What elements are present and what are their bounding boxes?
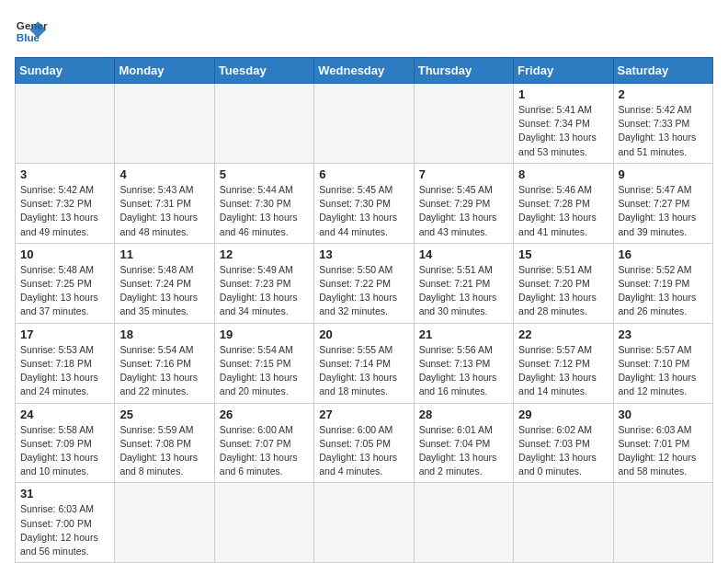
day-info: Sunrise: 5:49 AM Sunset: 7:23 PM Dayligh… (220, 263, 309, 319)
day-info: Sunrise: 5:56 AM Sunset: 7:13 PM Dayligh… (419, 343, 508, 399)
logo-icon: General Blue (15, 15, 48, 48)
calendar-cell (613, 483, 712, 563)
day-info: Sunrise: 5:54 AM Sunset: 7:15 PM Dayligh… (220, 343, 309, 399)
calendar-cell: 23Sunrise: 5:57 AM Sunset: 7:10 PM Dayli… (613, 323, 712, 403)
day-info: Sunrise: 6:00 AM Sunset: 7:05 PM Dayligh… (319, 423, 408, 479)
day-number: 19 (220, 327, 309, 341)
weekday-header-wednesday: Wednesday (314, 58, 414, 84)
calendar-week-5: 24Sunrise: 5:58 AM Sunset: 7:09 PM Dayli… (16, 403, 713, 483)
weekday-header-tuesday: Tuesday (214, 58, 313, 84)
day-number: 20 (319, 327, 408, 341)
day-number: 30 (619, 408, 708, 421)
day-number: 7 (419, 167, 508, 181)
day-info: Sunrise: 5:43 AM Sunset: 7:31 PM Dayligh… (119, 183, 209, 239)
day-info: Sunrise: 5:53 AM Sunset: 7:18 PM Dayligh… (20, 343, 109, 399)
day-number: 23 (619, 327, 708, 341)
day-number: 3 (20, 167, 109, 181)
day-number: 4 (119, 167, 209, 181)
day-number: 16 (619, 247, 708, 261)
day-info: Sunrise: 5:42 AM Sunset: 7:32 PM Dayligh… (20, 183, 109, 239)
day-number: 1 (518, 87, 608, 101)
weekday-header-monday: Monday (115, 58, 214, 84)
weekday-header-friday: Friday (514, 58, 613, 84)
day-number: 25 (119, 408, 209, 421)
calendar-cell: 16Sunrise: 5:52 AM Sunset: 7:19 PM Dayli… (613, 243, 712, 323)
calendar-cell: 19Sunrise: 5:54 AM Sunset: 7:15 PM Dayli… (214, 323, 313, 403)
calendar-week-3: 10Sunrise: 5:48 AM Sunset: 7:25 PM Dayli… (16, 243, 713, 323)
day-info: Sunrise: 5:45 AM Sunset: 7:30 PM Dayligh… (319, 183, 408, 239)
day-number: 9 (619, 167, 708, 181)
calendar-cell: 15Sunrise: 5:51 AM Sunset: 7:20 PM Dayli… (514, 243, 613, 323)
day-number: 12 (220, 247, 309, 261)
day-number: 15 (518, 247, 608, 261)
calendar-cell: 28Sunrise: 6:01 AM Sunset: 7:04 PM Dayli… (414, 403, 513, 483)
day-info: Sunrise: 6:02 AM Sunset: 7:03 PM Dayligh… (518, 423, 608, 479)
calendar-cell: 10Sunrise: 5:48 AM Sunset: 7:25 PM Dayli… (16, 243, 115, 323)
calendar-cell: 5Sunrise: 5:44 AM Sunset: 7:30 PM Daylig… (214, 163, 313, 243)
day-number: 21 (419, 327, 508, 341)
calendar-cell (514, 483, 613, 563)
day-info: Sunrise: 5:55 AM Sunset: 7:14 PM Dayligh… (319, 343, 408, 399)
calendar-week-1: 1Sunrise: 5:41 AM Sunset: 7:34 PM Daylig… (16, 84, 713, 164)
day-info: Sunrise: 5:58 AM Sunset: 7:09 PM Dayligh… (20, 423, 109, 479)
calendar-cell (214, 84, 313, 164)
calendar-week-2: 3Sunrise: 5:42 AM Sunset: 7:32 PM Daylig… (16, 163, 713, 243)
day-info: Sunrise: 5:57 AM Sunset: 7:10 PM Dayligh… (619, 343, 708, 399)
calendar-cell: 22Sunrise: 5:57 AM Sunset: 7:12 PM Dayli… (514, 323, 613, 403)
day-info: Sunrise: 5:52 AM Sunset: 7:19 PM Dayligh… (619, 263, 708, 319)
day-number: 17 (20, 327, 109, 341)
calendar-cell: 6Sunrise: 5:45 AM Sunset: 7:30 PM Daylig… (314, 163, 414, 243)
calendar-cell: 9Sunrise: 5:47 AM Sunset: 7:27 PM Daylig… (613, 163, 712, 243)
page-header: General Blue (15, 15, 713, 48)
calendar-cell (414, 84, 513, 164)
day-info: Sunrise: 5:46 AM Sunset: 7:28 PM Dayligh… (518, 183, 608, 239)
calendar-cell: 21Sunrise: 5:56 AM Sunset: 7:13 PM Dayli… (414, 323, 513, 403)
calendar-cell (314, 84, 414, 164)
calendar-cell (414, 483, 513, 563)
day-number: 24 (20, 408, 109, 421)
day-number: 27 (319, 408, 408, 421)
calendar-cell: 26Sunrise: 6:00 AM Sunset: 7:07 PM Dayli… (214, 403, 313, 483)
day-info: Sunrise: 6:01 AM Sunset: 7:04 PM Dayligh… (419, 423, 508, 479)
calendar-week-4: 17Sunrise: 5:53 AM Sunset: 7:18 PM Dayli… (16, 323, 713, 403)
calendar-cell: 4Sunrise: 5:43 AM Sunset: 7:31 PM Daylig… (115, 163, 214, 243)
weekday-header-saturday: Saturday (613, 58, 712, 84)
calendar-cell: 12Sunrise: 5:49 AM Sunset: 7:23 PM Dayli… (214, 243, 313, 323)
calendar-cell: 1Sunrise: 5:41 AM Sunset: 7:34 PM Daylig… (514, 84, 613, 164)
calendar-cell: 18Sunrise: 5:54 AM Sunset: 7:16 PM Dayli… (115, 323, 214, 403)
calendar-cell: 11Sunrise: 5:48 AM Sunset: 7:24 PM Dayli… (115, 243, 214, 323)
day-info: Sunrise: 5:51 AM Sunset: 7:21 PM Dayligh… (419, 263, 508, 319)
calendar-cell: 7Sunrise: 5:45 AM Sunset: 7:29 PM Daylig… (414, 163, 513, 243)
calendar-cell: 3Sunrise: 5:42 AM Sunset: 7:32 PM Daylig… (16, 163, 115, 243)
day-info: Sunrise: 5:48 AM Sunset: 7:24 PM Dayligh… (119, 263, 209, 319)
calendar-cell: 30Sunrise: 6:03 AM Sunset: 7:01 PM Dayli… (613, 403, 712, 483)
day-number: 31 (20, 487, 109, 500)
calendar-cell: 20Sunrise: 5:55 AM Sunset: 7:14 PM Dayli… (314, 323, 414, 403)
day-number: 29 (518, 408, 608, 421)
logo: General Blue (15, 15, 48, 48)
day-info: Sunrise: 6:00 AM Sunset: 7:07 PM Dayligh… (220, 423, 309, 479)
calendar-table: SundayMondayTuesdayWednesdayThursdayFrid… (15, 57, 713, 563)
calendar-cell: 14Sunrise: 5:51 AM Sunset: 7:21 PM Dayli… (414, 243, 513, 323)
day-info: Sunrise: 5:54 AM Sunset: 7:16 PM Dayligh… (119, 343, 209, 399)
day-number: 8 (518, 167, 608, 181)
day-number: 6 (319, 167, 408, 181)
calendar-cell: 25Sunrise: 5:59 AM Sunset: 7:08 PM Dayli… (115, 403, 214, 483)
day-info: Sunrise: 5:47 AM Sunset: 7:27 PM Dayligh… (619, 183, 708, 239)
calendar-cell (115, 483, 214, 563)
calendar-cell: 8Sunrise: 5:46 AM Sunset: 7:28 PM Daylig… (514, 163, 613, 243)
day-info: Sunrise: 6:03 AM Sunset: 7:01 PM Dayligh… (619, 423, 708, 479)
day-info: Sunrise: 5:59 AM Sunset: 7:08 PM Dayligh… (119, 423, 209, 479)
calendar-cell: 24Sunrise: 5:58 AM Sunset: 7:09 PM Dayli… (16, 403, 115, 483)
calendar-cell (314, 483, 414, 563)
calendar-cell: 29Sunrise: 6:02 AM Sunset: 7:03 PM Dayli… (514, 403, 613, 483)
day-info: Sunrise: 5:42 AM Sunset: 7:33 PM Dayligh… (619, 103, 708, 159)
day-info: Sunrise: 5:45 AM Sunset: 7:29 PM Dayligh… (419, 183, 508, 239)
calendar-cell: 27Sunrise: 6:00 AM Sunset: 7:05 PM Dayli… (314, 403, 414, 483)
day-number: 18 (119, 327, 209, 341)
day-number: 11 (119, 247, 209, 261)
day-info: Sunrise: 6:03 AM Sunset: 7:00 PM Dayligh… (20, 502, 109, 558)
weekday-header-thursday: Thursday (414, 58, 513, 84)
calendar-cell: 17Sunrise: 5:53 AM Sunset: 7:18 PM Dayli… (16, 323, 115, 403)
weekday-header-row: SundayMondayTuesdayWednesdayThursdayFrid… (16, 58, 713, 84)
